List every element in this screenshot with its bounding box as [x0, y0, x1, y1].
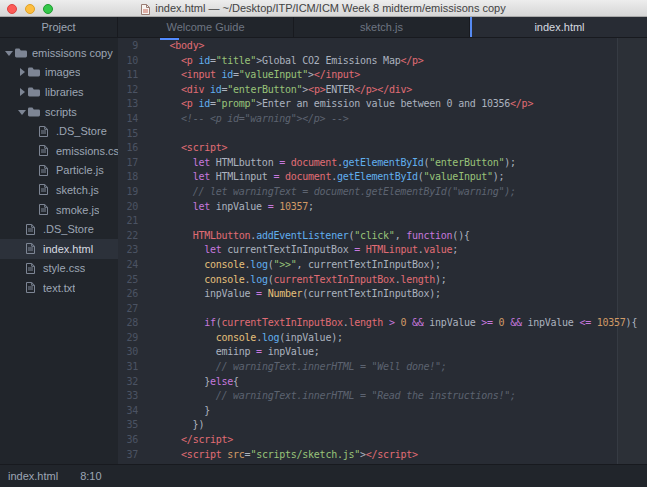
line-number: 18 [118, 170, 138, 185]
line-number: 17 [118, 156, 138, 171]
code-line[interactable]: 29 console.log(inpValue); [118, 331, 647, 346]
code-line[interactable]: 13 <p id="promp">Enter an emission value… [118, 97, 647, 112]
line-number: 11 [118, 68, 138, 83]
project-header: Project [0, 17, 118, 37]
code-line[interactable]: 26 inpValue = Number(currentTextInInputB… [118, 287, 647, 302]
code-line[interactable]: 37 <script src="scripts/sketch.js"></scr… [118, 448, 647, 463]
code-line[interactable]: 14 <!-- <p id="warning"></p> --> [118, 112, 647, 127]
file-icon [39, 165, 52, 176]
code-line[interactable]: 34 } [118, 404, 647, 419]
tree-item-smoke-js[interactable]: smoke.js [0, 200, 118, 220]
tree-item-index-html[interactable]: index.html [0, 239, 118, 259]
tree-item-label: libraries [45, 86, 84, 98]
code-line[interactable]: 15 [118, 127, 647, 142]
code-line[interactable]: 11 <input id="valueInput"></input> [118, 68, 647, 83]
file-icon [39, 145, 52, 156]
tree-item-label: Particle.js [56, 164, 104, 176]
status-cursor-position[interactable]: 8:10 [80, 470, 101, 482]
chevron-down-icon[interactable] [5, 49, 15, 57]
editor[interactable]: 9 <body>10 <p id="title">Global CO2 Emis… [118, 38, 647, 464]
file-icon [26, 263, 39, 274]
code-line[interactable]: 25 console.log(currentTextInInputBox.len… [118, 273, 647, 288]
chevron-right-icon[interactable] [18, 88, 28, 96]
tree-item-style-css[interactable]: style.css [0, 259, 118, 279]
code-area: 9 <body>10 <p id="title">Global CO2 Emis… [118, 39, 647, 462]
line-number: 33 [118, 389, 138, 404]
line-number: 35 [118, 418, 138, 433]
code-line[interactable]: 10 <p id="title">Global CO2 Emissions Ma… [118, 54, 647, 69]
tree-item-label: sketch.js [56, 184, 99, 196]
folder-icon [28, 87, 41, 97]
line-number: 20 [118, 200, 138, 215]
code-line[interactable]: 21 [118, 214, 647, 229]
zoom-button[interactable] [43, 4, 53, 14]
line-number: 22 [118, 229, 138, 244]
code-line[interactable]: 36 </script> [118, 433, 647, 448]
code-text: // let warningText = document.getElement… [138, 185, 516, 200]
file-icon [26, 224, 39, 235]
minimize-button[interactable] [25, 4, 35, 14]
main-area: emissisons copyimageslibrariesscripts.DS… [0, 38, 647, 464]
code-line[interactable]: 22 HTMLbutton.addEventListener("click", … [118, 229, 647, 244]
code-line[interactable]: 20 let inpValue = 10357; [118, 200, 647, 215]
tab-index-html[interactable]: index.html [470, 17, 647, 37]
code-line[interactable]: 27 [118, 302, 647, 317]
tree-item-text-txt[interactable]: text.txt [0, 278, 118, 298]
code-text: <script> [138, 141, 227, 156]
code-text [138, 302, 158, 317]
chevron-right-icon[interactable] [18, 68, 28, 76]
tree-item-libraries[interactable]: libraries [0, 82, 118, 102]
tree-item-emissions-csv[interactable]: emissions.csv [0, 141, 118, 161]
wrap-guide [617, 38, 618, 464]
file-icon [39, 204, 52, 215]
code-line[interactable]: 24 console.log(">>", currentTextInInputB… [118, 258, 647, 273]
line-number: 32 [118, 375, 138, 390]
code-line[interactable]: 9 <body> [118, 39, 647, 54]
tree-item-particle-js[interactable]: Particle.js [0, 161, 118, 181]
code-text: // warningText.innerHTML = "Read the ins… [138, 389, 516, 404]
line-number: 27 [118, 302, 138, 317]
tree-item-label: emissisons copy [32, 47, 113, 59]
code-line[interactable]: 12 <div id="enterButton"><p>ENTER</p></d… [118, 83, 647, 98]
file-icon [26, 282, 39, 293]
file-icon [39, 126, 52, 137]
tree-item-emissisons-copy[interactable]: emissisons copy [0, 43, 118, 63]
code-text: <!-- <p id="warning"></p> --> [138, 112, 348, 127]
status-file-name: index.html [8, 470, 58, 482]
code-line[interactable]: 17 let HTMLbutton = document.getElementB… [118, 156, 647, 171]
code-text: <input id="valueInput"></input> [138, 68, 360, 83]
code-text [138, 214, 158, 229]
line-number: 28 [118, 316, 138, 331]
code-text: let currentTextInInputBox = HTMLinput.va… [138, 243, 458, 258]
code-line[interactable]: 30 emiinp = inpValue; [118, 345, 647, 360]
code-line[interactable]: 19 // let warningText = document.getElem… [118, 185, 647, 200]
close-button[interactable] [7, 4, 17, 14]
code-line[interactable]: 18 let HTMLinput = document.getElementBy… [118, 170, 647, 185]
code-line[interactable]: 16 <script> [118, 141, 647, 156]
tree-item-ds-store[interactable]: .DS_Store [0, 121, 118, 141]
code-line[interactable]: 23 let currentTextInInputBox = HTMLinput… [118, 243, 647, 258]
code-text: </script> [138, 433, 233, 448]
tree-item-scripts[interactable]: scripts [0, 102, 118, 122]
line-number: 29 [118, 331, 138, 346]
tree-item-label: style.css [43, 262, 85, 274]
text-cursor [160, 38, 179, 40]
tree-item-label: text.txt [43, 282, 75, 294]
sidebar: emissisons copyimageslibrariesscripts.DS… [0, 38, 118, 464]
code-line[interactable]: 33 // warningText.innerHTML = "Read the … [118, 389, 647, 404]
code-line[interactable]: 31 // warningText.innerHTML = "Well done… [118, 360, 647, 375]
top-bar: Project Welcome Guidesketch.jsindex.html [0, 17, 647, 38]
tab-welcome-guide[interactable]: Welcome Guide [118, 17, 294, 37]
wrap-guide-shade [618, 38, 647, 464]
tree-item-ds-store[interactable]: .DS_Store [0, 219, 118, 239]
line-number: 10 [118, 54, 138, 69]
code-text: <script src="scripts/sketch.js"></script… [138, 448, 418, 463]
tree-item-sketch-js[interactable]: sketch.js [0, 180, 118, 200]
code-line[interactable]: 28 if(currentTextInInputBox.length > 0 &… [118, 316, 647, 331]
code-line[interactable]: 35 }) [118, 418, 647, 433]
tab-sketch-js[interactable]: sketch.js [294, 17, 470, 37]
code-line[interactable]: 32 }else{ [118, 375, 647, 390]
line-number: 34 [118, 404, 138, 419]
chevron-down-icon[interactable] [18, 108, 28, 116]
tree-item-images[interactable]: images [0, 63, 118, 83]
